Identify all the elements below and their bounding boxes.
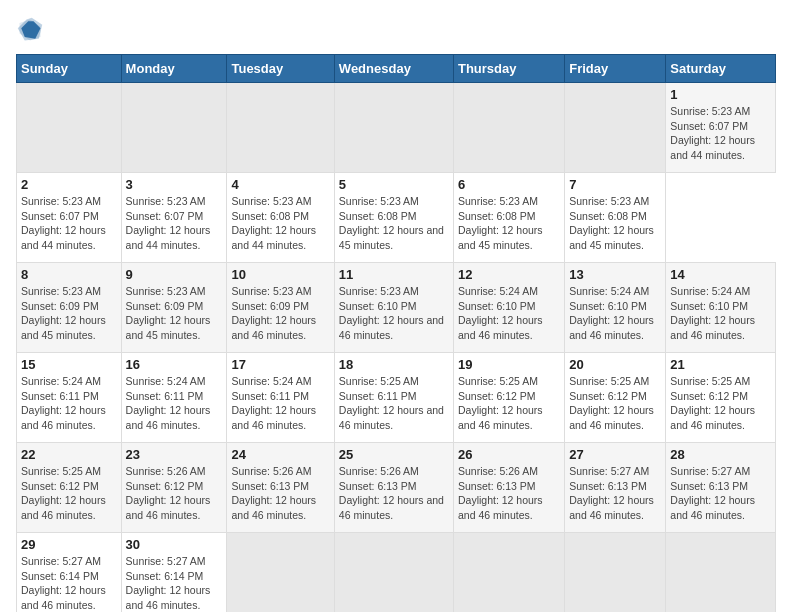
day-info: Sunrise: 5:23 AMSunset: 6:08 PMDaylight:… xyxy=(569,195,654,251)
logo xyxy=(16,16,48,44)
day-number: 21 xyxy=(670,357,771,372)
day-number: 27 xyxy=(569,447,661,462)
calendar-day-cell: 3 Sunrise: 5:23 AMSunset: 6:07 PMDayligh… xyxy=(121,173,227,263)
calendar-day-cell: 21 Sunrise: 5:25 AMSunset: 6:12 PMDaylig… xyxy=(666,353,776,443)
calendar-week-row: 8 Sunrise: 5:23 AMSunset: 6:09 PMDayligh… xyxy=(17,263,776,353)
calendar-day-cell: 26 Sunrise: 5:26 AMSunset: 6:13 PMDaylig… xyxy=(453,443,564,533)
calendar-day-cell: 29 Sunrise: 5:27 AMSunset: 6:14 PMDaylig… xyxy=(17,533,122,613)
calendar-week-row: 1 Sunrise: 5:23 AMSunset: 6:07 PMDayligh… xyxy=(17,83,776,173)
calendar-day-cell: 11 Sunrise: 5:23 AMSunset: 6:10 PMDaylig… xyxy=(334,263,453,353)
day-info: Sunrise: 5:27 AMSunset: 6:13 PMDaylight:… xyxy=(569,465,654,521)
page-header xyxy=(16,16,776,44)
day-number: 5 xyxy=(339,177,449,192)
day-number: 7 xyxy=(569,177,661,192)
day-info: Sunrise: 5:25 AMSunset: 6:12 PMDaylight:… xyxy=(670,375,755,431)
empty-cell xyxy=(565,83,666,173)
day-number: 16 xyxy=(126,357,223,372)
day-number: 12 xyxy=(458,267,560,282)
day-number: 30 xyxy=(126,537,223,552)
day-number: 13 xyxy=(569,267,661,282)
calendar-day-cell: 20 Sunrise: 5:25 AMSunset: 6:12 PMDaylig… xyxy=(565,353,666,443)
calendar-day-cell: 25 Sunrise: 5:26 AMSunset: 6:13 PMDaylig… xyxy=(334,443,453,533)
empty-cell xyxy=(453,83,564,173)
calendar-day-cell: 5 Sunrise: 5:23 AMSunset: 6:08 PMDayligh… xyxy=(334,173,453,263)
logo-icon xyxy=(16,16,44,44)
calendar-day-cell: 19 Sunrise: 5:25 AMSunset: 6:12 PMDaylig… xyxy=(453,353,564,443)
day-info: Sunrise: 5:24 AMSunset: 6:11 PMDaylight:… xyxy=(126,375,211,431)
day-info: Sunrise: 5:26 AMSunset: 6:13 PMDaylight:… xyxy=(458,465,543,521)
day-number: 23 xyxy=(126,447,223,462)
day-info: Sunrise: 5:23 AMSunset: 6:09 PMDaylight:… xyxy=(231,285,316,341)
day-info: Sunrise: 5:23 AMSunset: 6:08 PMDaylight:… xyxy=(231,195,316,251)
day-number: 3 xyxy=(126,177,223,192)
calendar-day-cell: 18 Sunrise: 5:25 AMSunset: 6:11 PMDaylig… xyxy=(334,353,453,443)
day-info: Sunrise: 5:25 AMSunset: 6:12 PMDaylight:… xyxy=(458,375,543,431)
calendar-day-cell: 15 Sunrise: 5:24 AMSunset: 6:11 PMDaylig… xyxy=(17,353,122,443)
empty-cell xyxy=(334,83,453,173)
day-number: 22 xyxy=(21,447,117,462)
empty-cell xyxy=(334,533,453,613)
calendar-day-cell: 4 Sunrise: 5:23 AMSunset: 6:08 PMDayligh… xyxy=(227,173,334,263)
calendar-day-cell: 22 Sunrise: 5:25 AMSunset: 6:12 PMDaylig… xyxy=(17,443,122,533)
calendar-day-cell: 1 Sunrise: 5:23 AMSunset: 6:07 PMDayligh… xyxy=(666,83,776,173)
calendar-table: SundayMondayTuesdayWednesdayThursdayFrid… xyxy=(16,54,776,612)
day-number: 11 xyxy=(339,267,449,282)
calendar-day-cell: 24 Sunrise: 5:26 AMSunset: 6:13 PMDaylig… xyxy=(227,443,334,533)
calendar-week-row: 2 Sunrise: 5:23 AMSunset: 6:07 PMDayligh… xyxy=(17,173,776,263)
calendar-day-cell: 13 Sunrise: 5:24 AMSunset: 6:10 PMDaylig… xyxy=(565,263,666,353)
empty-cell xyxy=(565,533,666,613)
day-number: 25 xyxy=(339,447,449,462)
day-info: Sunrise: 5:25 AMSunset: 6:12 PMDaylight:… xyxy=(21,465,106,521)
day-number: 24 xyxy=(231,447,329,462)
calendar-day-cell: 6 Sunrise: 5:23 AMSunset: 6:08 PMDayligh… xyxy=(453,173,564,263)
calendar-day-cell: 28 Sunrise: 5:27 AMSunset: 6:13 PMDaylig… xyxy=(666,443,776,533)
calendar-day-cell: 17 Sunrise: 5:24 AMSunset: 6:11 PMDaylig… xyxy=(227,353,334,443)
calendar-day-cell: 16 Sunrise: 5:24 AMSunset: 6:11 PMDaylig… xyxy=(121,353,227,443)
header-saturday: Saturday xyxy=(666,55,776,83)
header-friday: Friday xyxy=(565,55,666,83)
day-number: 14 xyxy=(670,267,771,282)
day-info: Sunrise: 5:27 AMSunset: 6:14 PMDaylight:… xyxy=(21,555,106,611)
empty-cell xyxy=(227,533,334,613)
empty-cell xyxy=(121,83,227,173)
calendar-week-row: 22 Sunrise: 5:25 AMSunset: 6:12 PMDaylig… xyxy=(17,443,776,533)
empty-cell xyxy=(666,533,776,613)
empty-cell xyxy=(453,533,564,613)
day-info: Sunrise: 5:23 AMSunset: 6:07 PMDaylight:… xyxy=(670,105,755,161)
calendar-day-cell: 27 Sunrise: 5:27 AMSunset: 6:13 PMDaylig… xyxy=(565,443,666,533)
calendar-day-cell: 12 Sunrise: 5:24 AMSunset: 6:10 PMDaylig… xyxy=(453,263,564,353)
calendar-week-row: 29 Sunrise: 5:27 AMSunset: 6:14 PMDaylig… xyxy=(17,533,776,613)
calendar-day-cell: 23 Sunrise: 5:26 AMSunset: 6:12 PMDaylig… xyxy=(121,443,227,533)
calendar-day-cell: 8 Sunrise: 5:23 AMSunset: 6:09 PMDayligh… xyxy=(17,263,122,353)
day-info: Sunrise: 5:23 AMSunset: 6:10 PMDaylight:… xyxy=(339,285,444,341)
day-number: 17 xyxy=(231,357,329,372)
day-number: 26 xyxy=(458,447,560,462)
day-info: Sunrise: 5:26 AMSunset: 6:12 PMDaylight:… xyxy=(126,465,211,521)
day-info: Sunrise: 5:25 AMSunset: 6:12 PMDaylight:… xyxy=(569,375,654,431)
day-info: Sunrise: 5:27 AMSunset: 6:13 PMDaylight:… xyxy=(670,465,755,521)
day-number: 29 xyxy=(21,537,117,552)
day-number: 6 xyxy=(458,177,560,192)
header-wednesday: Wednesday xyxy=(334,55,453,83)
day-number: 8 xyxy=(21,267,117,282)
day-number: 4 xyxy=(231,177,329,192)
header-monday: Monday xyxy=(121,55,227,83)
day-number: 18 xyxy=(339,357,449,372)
day-info: Sunrise: 5:24 AMSunset: 6:10 PMDaylight:… xyxy=(569,285,654,341)
day-number: 28 xyxy=(670,447,771,462)
day-info: Sunrise: 5:24 AMSunset: 6:10 PMDaylight:… xyxy=(670,285,755,341)
calendar-header-row: SundayMondayTuesdayWednesdayThursdayFrid… xyxy=(17,55,776,83)
day-info: Sunrise: 5:23 AMSunset: 6:07 PMDaylight:… xyxy=(21,195,106,251)
day-info: Sunrise: 5:24 AMSunset: 6:11 PMDaylight:… xyxy=(231,375,316,431)
day-info: Sunrise: 5:25 AMSunset: 6:11 PMDaylight:… xyxy=(339,375,444,431)
header-sunday: Sunday xyxy=(17,55,122,83)
empty-cell xyxy=(17,83,122,173)
day-number: 15 xyxy=(21,357,117,372)
calendar-day-cell: 30 Sunrise: 5:27 AMSunset: 6:14 PMDaylig… xyxy=(121,533,227,613)
calendar-day-cell: 7 Sunrise: 5:23 AMSunset: 6:08 PMDayligh… xyxy=(565,173,666,263)
calendar-week-row: 15 Sunrise: 5:24 AMSunset: 6:11 PMDaylig… xyxy=(17,353,776,443)
day-number: 20 xyxy=(569,357,661,372)
day-number: 19 xyxy=(458,357,560,372)
day-info: Sunrise: 5:27 AMSunset: 6:14 PMDaylight:… xyxy=(126,555,211,611)
day-info: Sunrise: 5:23 AMSunset: 6:07 PMDaylight:… xyxy=(126,195,211,251)
